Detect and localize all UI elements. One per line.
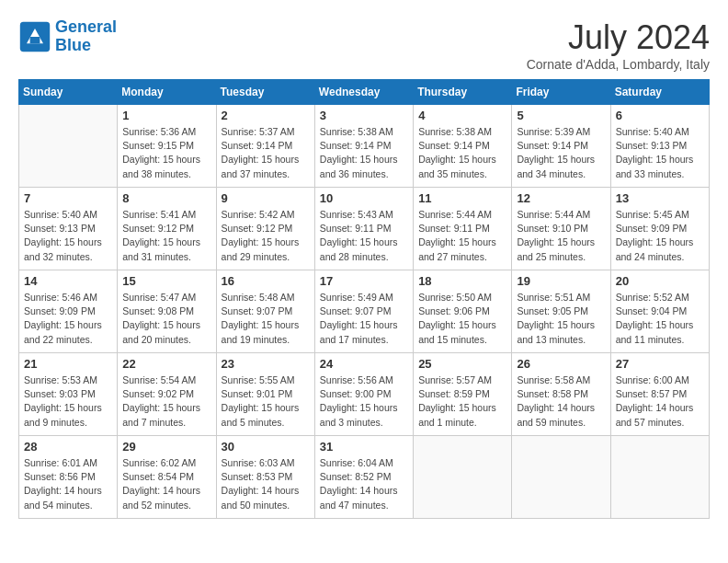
calendar-cell: 5Sunrise: 5:39 AMSunset: 9:14 PMDaylight… <box>512 105 610 188</box>
logo: General Blue <box>18 18 117 55</box>
calendar-cell: 2Sunrise: 5:37 AMSunset: 9:14 PMDaylight… <box>216 105 314 188</box>
calendar-cell: 25Sunrise: 5:57 AMSunset: 8:59 PMDayligh… <box>414 353 512 436</box>
day-number: 6 <box>616 109 704 122</box>
location-subtitle: Cornate d'Adda, Lombardy, Italy <box>527 57 710 72</box>
day-number: 23 <box>222 357 310 371</box>
weekday-header: Friday <box>512 80 610 105</box>
day-info: Sunrise: 5:54 AMSunset: 9:02 PMDaylight:… <box>122 373 210 430</box>
calendar-cell <box>414 436 512 519</box>
calendar-body: 1Sunrise: 5:36 AMSunset: 9:15 PMDaylight… <box>19 105 710 519</box>
day-info: Sunrise: 5:58 AMSunset: 8:58 PMDaylight:… <box>517 373 605 430</box>
calendar-cell: 26Sunrise: 5:58 AMSunset: 8:58 PMDayligh… <box>512 353 610 436</box>
day-info: Sunrise: 5:41 AMSunset: 9:12 PMDaylight:… <box>122 208 210 264</box>
day-info: Sunrise: 5:45 AMSunset: 9:09 PMDaylight:… <box>616 208 704 264</box>
calendar-cell: 9Sunrise: 5:42 AMSunset: 9:12 PMDaylight… <box>216 188 314 270</box>
weekday-row: SundayMondayTuesdayWednesdayThursdayFrid… <box>19 80 710 105</box>
day-number: 19 <box>517 274 605 288</box>
day-number: 11 <box>418 191 506 205</box>
calendar-week-row: 28Sunrise: 6:01 AMSunset: 8:56 PMDayligh… <box>19 436 710 519</box>
calendar-cell: 20Sunrise: 5:52 AMSunset: 9:04 PMDayligh… <box>610 270 709 353</box>
day-info: Sunrise: 5:50 AMSunset: 9:06 PMDaylight:… <box>418 291 506 347</box>
calendar-week-row: 14Sunrise: 5:46 AMSunset: 9:09 PMDayligh… <box>19 270 710 353</box>
day-info: Sunrise: 5:51 AMSunset: 9:05 PMDaylight:… <box>517 291 605 347</box>
day-number: 27 <box>616 357 704 371</box>
day-number: 3 <box>320 109 408 122</box>
day-info: Sunrise: 5:37 AMSunset: 9:14 PMDaylight:… <box>222 125 310 181</box>
day-info: Sunrise: 5:49 AMSunset: 9:07 PMDaylight:… <box>320 291 408 347</box>
calendar-cell: 29Sunrise: 6:02 AMSunset: 8:54 PMDayligh… <box>118 436 216 519</box>
day-number: 8 <box>122 191 210 205</box>
calendar-cell: 14Sunrise: 5:46 AMSunset: 9:09 PMDayligh… <box>19 270 118 353</box>
weekday-header: Saturday <box>610 80 709 105</box>
calendar-cell: 21Sunrise: 5:53 AMSunset: 9:03 PMDayligh… <box>19 353 118 436</box>
day-info: Sunrise: 5:42 AMSunset: 9:12 PMDaylight:… <box>222 208 310 264</box>
weekday-header: Tuesday <box>216 80 314 105</box>
day-number: 7 <box>24 191 112 205</box>
calendar-cell: 27Sunrise: 6:00 AMSunset: 8:57 PMDayligh… <box>610 353 709 436</box>
calendar-week-row: 21Sunrise: 5:53 AMSunset: 9:03 PMDayligh… <box>19 353 710 436</box>
day-number: 24 <box>320 357 408 371</box>
day-info: Sunrise: 5:43 AMSunset: 9:11 PMDaylight:… <box>320 208 408 264</box>
day-number: 31 <box>320 440 408 454</box>
day-number: 12 <box>517 191 605 205</box>
calendar-cell: 6Sunrise: 5:40 AMSunset: 9:13 PMDaylight… <box>610 105 709 188</box>
calendar-cell: 13Sunrise: 5:45 AMSunset: 9:09 PMDayligh… <box>610 188 709 270</box>
calendar-cell: 1Sunrise: 5:36 AMSunset: 9:15 PMDaylight… <box>118 105 216 188</box>
calendar-cell: 30Sunrise: 6:03 AMSunset: 8:53 PMDayligh… <box>216 436 314 519</box>
weekday-header: Sunday <box>19 80 118 105</box>
calendar-cell: 12Sunrise: 5:44 AMSunset: 9:10 PMDayligh… <box>512 188 610 270</box>
day-info: Sunrise: 5:46 AMSunset: 9:09 PMDaylight:… <box>24 291 112 347</box>
day-info: Sunrise: 5:39 AMSunset: 9:14 PMDaylight:… <box>517 125 605 181</box>
day-number: 14 <box>24 274 112 288</box>
day-info: Sunrise: 5:36 AMSunset: 9:15 PMDaylight:… <box>122 125 210 181</box>
calendar-cell <box>512 436 610 519</box>
svg-rect-2 <box>30 37 40 43</box>
calendar-cell <box>610 436 709 519</box>
calendar-cell: 24Sunrise: 5:56 AMSunset: 9:00 PMDayligh… <box>314 353 413 436</box>
day-info: Sunrise: 5:40 AMSunset: 9:13 PMDaylight:… <box>24 208 112 264</box>
calendar-cell <box>19 105 118 188</box>
logo-line2: Blue <box>55 36 91 54</box>
day-info: Sunrise: 5:47 AMSunset: 9:08 PMDaylight:… <box>122 291 210 347</box>
calendar-cell: 10Sunrise: 5:43 AMSunset: 9:11 PMDayligh… <box>314 188 413 270</box>
day-number: 16 <box>222 274 310 288</box>
calendar-cell: 4Sunrise: 5:38 AMSunset: 9:14 PMDaylight… <box>414 105 512 188</box>
day-number: 26 <box>517 357 605 371</box>
day-info: Sunrise: 5:40 AMSunset: 9:13 PMDaylight:… <box>616 125 704 181</box>
logo-text: General Blue <box>55 18 117 55</box>
day-info: Sunrise: 6:01 AMSunset: 8:56 PMDaylight:… <box>24 456 112 512</box>
calendar-cell: 23Sunrise: 5:55 AMSunset: 9:01 PMDayligh… <box>216 353 314 436</box>
day-number: 4 <box>418 109 506 122</box>
calendar-cell: 15Sunrise: 5:47 AMSunset: 9:08 PMDayligh… <box>118 270 216 353</box>
day-info: Sunrise: 5:44 AMSunset: 9:11 PMDaylight:… <box>418 208 506 264</box>
calendar-table: SundayMondayTuesdayWednesdayThursdayFrid… <box>18 79 710 519</box>
day-number: 2 <box>222 109 310 122</box>
day-number: 30 <box>222 440 310 454</box>
calendar-cell: 17Sunrise: 5:49 AMSunset: 9:07 PMDayligh… <box>314 270 413 353</box>
day-info: Sunrise: 6:04 AMSunset: 8:52 PMDaylight:… <box>320 456 408 512</box>
calendar-cell: 11Sunrise: 5:44 AMSunset: 9:11 PMDayligh… <box>414 188 512 270</box>
day-info: Sunrise: 5:48 AMSunset: 9:07 PMDaylight:… <box>222 291 310 347</box>
day-number: 25 <box>418 357 506 371</box>
day-number: 17 <box>320 274 408 288</box>
weekday-header: Wednesday <box>314 80 413 105</box>
day-info: Sunrise: 6:00 AMSunset: 8:57 PMDaylight:… <box>616 373 704 430</box>
day-number: 22 <box>122 357 210 371</box>
day-number: 28 <box>24 440 112 454</box>
month-title: July 2024 <box>527 18 710 57</box>
logo-icon <box>18 20 51 53</box>
weekday-header: Thursday <box>414 80 512 105</box>
calendar-cell: 31Sunrise: 6:04 AMSunset: 8:52 PMDayligh… <box>314 436 413 519</box>
calendar-cell: 19Sunrise: 5:51 AMSunset: 9:05 PMDayligh… <box>512 270 610 353</box>
day-info: Sunrise: 5:53 AMSunset: 9:03 PMDaylight:… <box>24 373 112 430</box>
day-number: 15 <box>122 274 210 288</box>
day-info: Sunrise: 5:56 AMSunset: 9:00 PMDaylight:… <box>320 373 408 430</box>
day-number: 29 <box>122 440 210 454</box>
day-number: 1 <box>122 109 210 122</box>
day-number: 20 <box>616 274 704 288</box>
day-info: Sunrise: 5:52 AMSunset: 9:04 PMDaylight:… <box>616 291 704 347</box>
day-info: Sunrise: 6:03 AMSunset: 8:53 PMDaylight:… <box>222 456 310 512</box>
day-info: Sunrise: 5:57 AMSunset: 8:59 PMDaylight:… <box>418 373 506 430</box>
day-number: 18 <box>418 274 506 288</box>
day-info: Sunrise: 5:44 AMSunset: 9:10 PMDaylight:… <box>517 208 605 264</box>
